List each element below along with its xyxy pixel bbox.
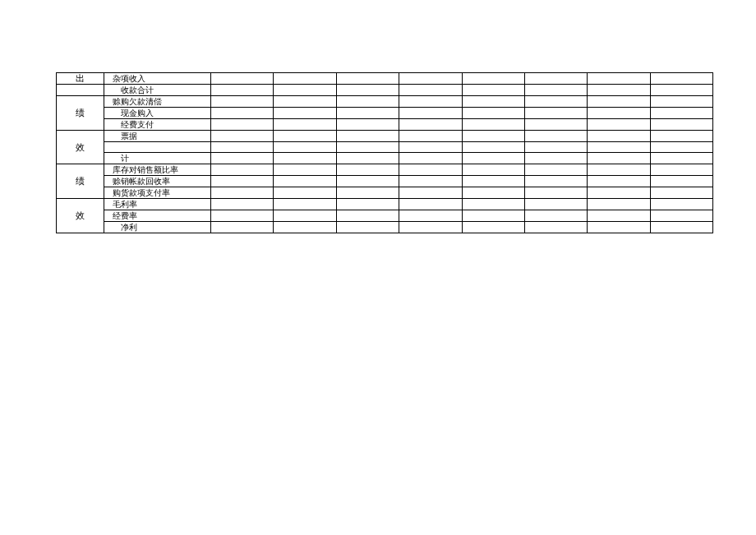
data-cell: [211, 131, 274, 142]
data-cell: [399, 119, 462, 131]
data-cell: [211, 142, 274, 153]
data-cell: [462, 119, 524, 131]
table-row: 经费支付: [57, 119, 713, 131]
data-cell: [462, 153, 524, 164]
data-cell: [588, 199, 650, 210]
group-header-bottom: 效: [57, 199, 104, 233]
data-cell: [650, 199, 712, 210]
data-cell: [274, 119, 336, 131]
data-cell: [336, 210, 399, 222]
data-cell: [462, 210, 524, 222]
data-cell: [650, 142, 712, 153]
data-cell: [336, 96, 399, 108]
row-label: 库存对销售额比率: [104, 164, 211, 176]
data-cell: [588, 108, 650, 119]
table-row: 效毛利率: [57, 199, 713, 210]
data-cell: [274, 199, 336, 210]
data-cell: [524, 153, 587, 164]
data-cell: [524, 176, 587, 187]
data-cell: [650, 85, 712, 96]
row-label: 现金购入: [104, 108, 211, 119]
data-cell: [336, 85, 399, 96]
data-cell: [211, 108, 274, 119]
data-cell: [588, 142, 650, 153]
row-label: 计: [104, 153, 211, 164]
data-cell: [462, 85, 524, 96]
data-cell: [650, 187, 712, 199]
data-cell: [588, 131, 650, 142]
data-cell: [650, 108, 712, 119]
group-header-bottom: [57, 85, 104, 96]
data-cell: [399, 176, 462, 187]
data-cell: [462, 142, 524, 153]
data-cell: [650, 96, 712, 108]
data-cell: [211, 210, 274, 222]
data-cell: [650, 222, 712, 233]
data-cell: [588, 176, 650, 187]
data-cell: [336, 199, 399, 210]
data-cell: [650, 176, 712, 187]
data-cell: [524, 222, 587, 233]
data-cell: [650, 210, 712, 222]
data-cell: [274, 73, 336, 85]
table-row: [57, 142, 713, 153]
data-cell: [462, 187, 524, 199]
data-cell: [524, 85, 587, 96]
data-cell: [588, 119, 650, 131]
data-cell: [399, 164, 462, 176]
table-row: 计: [57, 153, 713, 164]
table-row: 效票据: [57, 131, 713, 142]
data-cell: [462, 222, 524, 233]
data-cell: [274, 96, 336, 108]
data-cell: [650, 131, 712, 142]
data-cell: [274, 131, 336, 142]
row-label: 赊销帐款回收率: [104, 176, 211, 187]
data-cell: [399, 222, 462, 233]
data-cell: [336, 222, 399, 233]
data-cell: [399, 142, 462, 153]
table-row: 收款合计: [57, 85, 713, 96]
table-row: 绩库存对销售额比率: [57, 164, 713, 176]
document-page: 出杂项收入收款合计绩赊购欠款清偿现金购入经费支付效票据计绩库存对销售额比率赊销帐…: [0, 0, 756, 535]
data-cell: [524, 164, 587, 176]
data-cell: [588, 85, 650, 96]
table-row: 经费率: [57, 210, 713, 222]
data-cell: [211, 176, 274, 187]
data-cell: [650, 164, 712, 176]
data-cell: [274, 108, 336, 119]
data-cell: [462, 73, 524, 85]
data-cell: [524, 131, 587, 142]
data-cell: [399, 153, 462, 164]
data-cell: [274, 164, 336, 176]
data-cell: [336, 153, 399, 164]
row-label: 净利: [104, 222, 211, 233]
data-cell: [274, 153, 336, 164]
data-cell: [211, 85, 274, 96]
data-cell: [274, 210, 336, 222]
data-cell: [524, 199, 587, 210]
data-cell: [524, 187, 587, 199]
data-cell: [336, 176, 399, 187]
data-cell: [650, 153, 712, 164]
row-label: 票据: [104, 131, 211, 142]
data-cell: [462, 199, 524, 210]
group-header-top: 绩: [57, 164, 104, 199]
main-table: 出杂项收入收款合计绩赊购欠款清偿现金购入经费支付效票据计绩库存对销售额比率赊销帐…: [56, 72, 713, 233]
data-cell: [336, 142, 399, 153]
data-cell: [524, 142, 587, 153]
data-cell: [588, 210, 650, 222]
data-cell: [211, 199, 274, 210]
row-label: 经费率: [104, 210, 211, 222]
table-row: 购货款项支付率: [57, 187, 713, 199]
table-row: 出杂项收入: [57, 73, 713, 85]
data-cell: [462, 164, 524, 176]
data-cell: [211, 119, 274, 131]
group-header-bottom: 效: [57, 131, 104, 164]
table-row: 净利: [57, 222, 713, 233]
table-row: 绩赊购欠款清偿: [57, 96, 713, 108]
data-cell: [524, 119, 587, 131]
data-cell: [588, 153, 650, 164]
data-cell: [336, 119, 399, 131]
data-cell: [462, 176, 524, 187]
table-row: 现金购入: [57, 108, 713, 119]
